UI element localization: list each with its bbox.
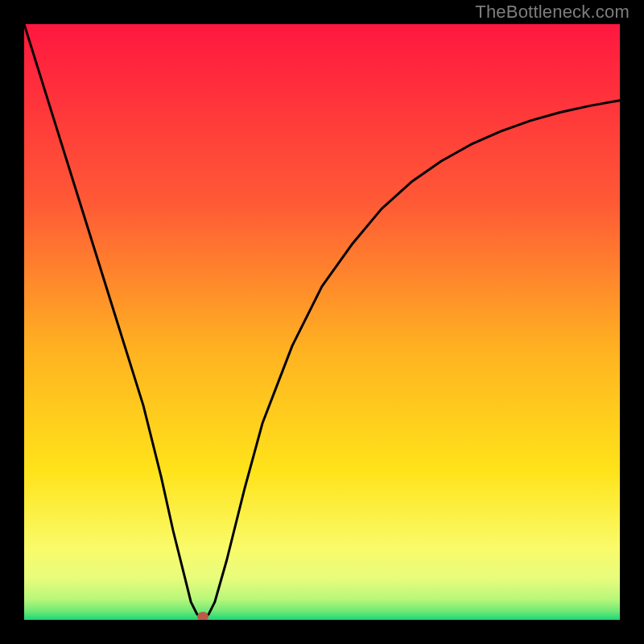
- plot-area: [24, 24, 620, 620]
- watermark-text: TheBottleneck.com: [475, 2, 630, 23]
- gradient-background: [24, 24, 620, 620]
- chart-frame: TheBottleneck.com: [0, 0, 644, 644]
- chart-svg: [24, 24, 620, 620]
